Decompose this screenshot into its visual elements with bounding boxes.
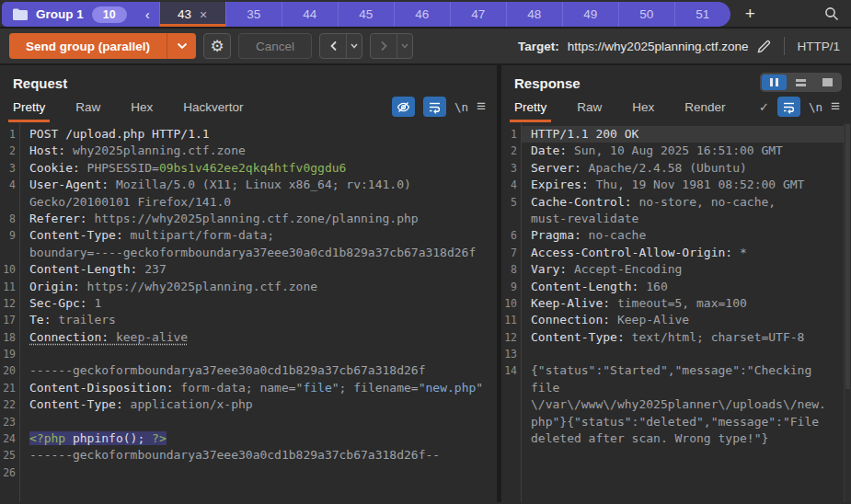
chevron-left-icon <box>329 40 338 52</box>
send-group-button[interactable]: Send group (parallel) <box>9 33 167 59</box>
chevron-down-icon <box>177 42 188 50</box>
columns-layout-button[interactable] <box>762 74 787 90</box>
line-number: 19 <box>0 346 16 362</box>
word-wrap-button[interactable] <box>777 97 800 117</box>
code-line: 1HTTP/1.1 200 OK <box>501 126 851 143</box>
target-zone: Target: https://why2025planning.ctf.zone… <box>518 37 840 55</box>
cancel-button[interactable]: Cancel <box>238 33 312 59</box>
back-history-dropdown[interactable] <box>346 34 362 58</box>
view-tab-pretty[interactable]: Pretty <box>514 95 546 122</box>
line-number: 2 <box>501 143 517 159</box>
code-line: 4Expires: Thu, 19 Nov 1981 08:52:00 GMT <box>501 177 851 193</box>
line-number: 10 <box>501 295 517 312</box>
line-number: 14 <box>501 362 517 379</box>
code-line: 4User-Agent: Mozilla/5.0 (X11; Linux x86… <box>0 177 497 193</box>
code-line: boundary=----geckoformboundarya37eee30a0… <box>0 245 497 261</box>
code-line: 6Pragma: no-cache <box>501 227 851 244</box>
line-number: 20 <box>0 362 16 379</box>
tab-51[interactable]: 51 <box>674 2 730 27</box>
group-name: Group 1 <box>36 7 84 21</box>
close-tab-icon[interactable]: × <box>200 10 207 19</box>
forward-history-dropdown[interactable] <box>397 34 412 58</box>
line-number <box>0 194 16 211</box>
hidden-items-button[interactable] <box>392 97 415 117</box>
tab-group-strip: Group 1 10 ‹ 43 × 354445464748495051 <box>2 2 730 27</box>
folder-icon <box>13 8 28 20</box>
chevron-right-icon <box>380 40 388 52</box>
view-tab-pretty[interactable]: Pretty <box>13 95 45 122</box>
view-tab-hackvertor[interactable]: Hackvertor <box>183 95 243 122</box>
code-line: 18Connection: keep-alive <box>0 329 497 346</box>
line-number: 18 <box>0 329 16 346</box>
response-editor[interactable]: 1HTTP/1.1 200 OK2Date: Sun, 10 Aug 2025 … <box>501 123 851 502</box>
send-group-split-button: Send group (parallel) <box>9 33 196 59</box>
view-tab-render[interactable]: Render <box>684 95 725 122</box>
group-tab-count-badge: 10 <box>92 6 127 23</box>
search-button[interactable] <box>812 0 851 27</box>
http-protocol-label: HTTP/1 <box>797 40 840 53</box>
rows-layout-icon <box>796 79 806 86</box>
line-number: 4 <box>0 177 16 193</box>
code-line: 9Content-Length: 160 <box>501 279 851 295</box>
add-tab-button[interactable]: + <box>734 0 766 27</box>
line-number: 13 <box>501 346 517 362</box>
line-number: 9 <box>501 279 517 295</box>
line-number: 5 <box>501 194 517 211</box>
line-number: 2 <box>0 143 16 159</box>
forward-button[interactable] <box>371 34 397 58</box>
single-layout-button[interactable] <box>815 74 840 90</box>
send-options-button[interactable] <box>167 33 196 59</box>
rows-layout-button[interactable] <box>788 74 813 90</box>
menu-icon[interactable]: ≡ <box>831 102 840 111</box>
code-line: 19 <box>0 346 497 362</box>
columns-layout-icon <box>770 78 773 86</box>
tab-44[interactable]: 44 <box>282 2 338 27</box>
request-editor[interactable]: 1POST /upload.php HTTP/1.12Host: why2025… <box>0 123 497 502</box>
back-button[interactable] <box>320 34 346 58</box>
view-tab-hex[interactable]: Hex <box>632 95 654 122</box>
code-line: 5Cache-Control: no-store, no-cache, <box>501 194 851 211</box>
line-number: 1 <box>0 126 16 143</box>
code-line: 3Server: Apache/2.4.58 (Ubuntu) <box>501 160 851 177</box>
tab-43-active[interactable]: 43 × <box>159 2 225 27</box>
editor-split: Request PrettyRawHexHackvertor \n <box>0 65 851 502</box>
code-line: 7Access-Control-Allow-Origin: * <box>501 245 851 261</box>
line-number: 8 <box>0 211 16 227</box>
chevron-down-icon <box>351 43 358 49</box>
tab-45[interactable]: 45 <box>338 2 394 27</box>
edit-target-button[interactable] <box>756 39 772 54</box>
collapse-group-button[interactable]: ‹ <box>136 2 159 27</box>
code-line: 3Cookie: PHPSESSID=09bs1v462ee2qkq4htfv0… <box>0 160 497 177</box>
word-wrap-button[interactable] <box>423 97 446 117</box>
scrollbar[interactable] <box>844 123 851 502</box>
check-icon[interactable]: ✓ <box>759 100 769 114</box>
line-number: 23 <box>0 414 16 430</box>
code-line: 2Date: Sun, 10 Aug 2025 16:51:00 GMT <box>501 143 851 159</box>
line-number: 9 <box>0 227 16 244</box>
target-url: https://why2025planning.ctf.zone <box>568 40 749 53</box>
tab-48[interactable]: 48 <box>506 2 562 27</box>
view-tab-hex[interactable]: Hex <box>131 95 153 122</box>
code-line: file <box>501 380 851 396</box>
repeater-toolbar: Send group (parallel) ⚙ Cancel <box>0 29 851 65</box>
line-number: 1 <box>501 126 517 143</box>
request-title: Request <box>13 75 486 91</box>
tab-50[interactable]: 50 <box>618 2 674 27</box>
history-back-group <box>319 33 362 59</box>
tab-group-header[interactable]: Group 1 10 <box>2 2 136 27</box>
tab-49[interactable]: 49 <box>562 2 618 27</box>
tab-46[interactable]: 46 <box>394 2 450 27</box>
tab-47[interactable]: 47 <box>450 2 506 27</box>
show-newlines-toggle[interactable]: \n <box>454 100 468 114</box>
line-number <box>501 211 517 227</box>
view-tab-raw[interactable]: Raw <box>75 95 100 122</box>
eye-slash-icon <box>397 100 410 114</box>
show-newlines-toggle[interactable]: \n <box>809 100 822 114</box>
view-tab-raw[interactable]: Raw <box>577 95 602 122</box>
send-settings-button[interactable]: ⚙ <box>203 33 231 59</box>
menu-icon[interactable]: ≡ <box>477 102 486 111</box>
code-line: Gecko/20100101 Firefox/141.0 <box>0 194 497 211</box>
tab-35[interactable]: 35 <box>225 2 282 27</box>
code-line: deleted after scan. Wrong type!"} <box>501 430 851 447</box>
line-number <box>501 396 517 413</box>
